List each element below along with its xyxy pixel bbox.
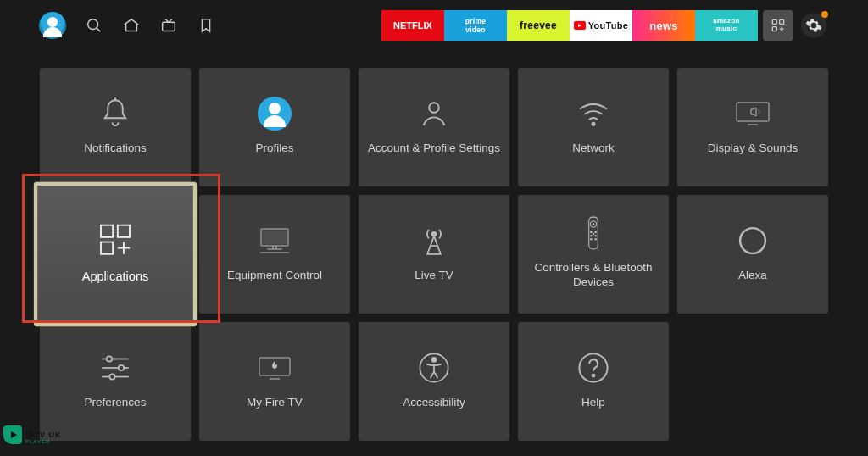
tile-label: Notifications — [84, 142, 147, 156]
tile-accessibility[interactable]: Accessibility — [359, 322, 509, 441]
svg-point-43 — [579, 353, 607, 381]
settings-gear-icon[interactable] — [798, 10, 829, 41]
tile-applications[interactable]: Applications — [34, 182, 197, 327]
tile-label: Controllers & Bluetooth Devices — [525, 261, 662, 290]
svg-point-36 — [119, 364, 124, 370]
tile-controllers-bt[interactable]: Controllers & Bluetooth Devices — [518, 195, 669, 314]
monitor-icon — [257, 223, 292, 259]
app-tile-youtube[interactable]: YouTube — [570, 10, 632, 41]
tile-label: Display & Sounds — [708, 142, 798, 156]
svg-point-38 — [109, 374, 114, 379]
notification-dot-icon — [821, 11, 828, 18]
svg-rect-12 — [118, 225, 130, 236]
svg-rect-9 — [737, 103, 769, 121]
svg-rect-3 — [772, 19, 776, 24]
apps-plus-icon — [96, 220, 134, 259]
svg-point-26 — [595, 231, 596, 232]
tile-label: Equipment Control — [227, 269, 322, 283]
home-icon[interactable] — [122, 16, 141, 35]
tile-label: Account & Profile Settings — [368, 142, 500, 156]
svg-point-44 — [593, 374, 595, 376]
svg-point-27 — [591, 236, 592, 236]
tile-label: Alexa — [738, 269, 767, 283]
appstore-icon[interactable] — [763, 10, 793, 41]
svg-rect-2 — [163, 22, 175, 31]
topbar-left-group — [39, 12, 215, 39]
tile-label: Profiles — [255, 142, 293, 156]
svg-point-0 — [88, 19, 98, 30]
firetv-icon — [257, 350, 292, 386]
svg-rect-4 — [780, 19, 784, 24]
tile-preferences[interactable]: Preferences — [40, 322, 191, 441]
app-tile-news[interactable]: news — [632, 10, 695, 41]
tile-label: Accessibility — [403, 396, 465, 410]
bookmark-icon[interactable] — [197, 16, 215, 35]
svg-point-28 — [595, 236, 596, 236]
svg-point-32 — [740, 228, 765, 253]
svg-point-24 — [593, 224, 594, 225]
svg-point-25 — [591, 231, 592, 232]
alexa-ring-icon — [735, 223, 771, 259]
svg-point-30 — [591, 239, 592, 240]
tile-label: Live TV — [415, 269, 453, 283]
search-icon[interactable] — [85, 16, 103, 35]
profile-avatar-icon[interactable] — [39, 12, 66, 39]
app-tile-amazon-music[interactable]: amazon music — [695, 10, 758, 41]
svg-rect-5 — [772, 27, 776, 31]
watermark-text: IPTV UK — [25, 431, 62, 439]
top-bar: NETFLIX prime video freevee YouTube news… — [0, 0, 868, 51]
wifi-icon — [576, 96, 611, 131]
svg-point-34 — [107, 356, 112, 361]
topbar-right-group: NETFLIX prime video freevee YouTube news… — [381, 10, 829, 41]
profile-icon — [257, 96, 292, 131]
app-tile-freevee[interactable]: freevee — [507, 10, 570, 41]
accessibility-icon — [416, 350, 452, 386]
svg-line-1 — [97, 28, 100, 31]
svg-rect-15 — [263, 231, 287, 244]
antenna-icon — [416, 223, 452, 259]
tile-label: Applications — [82, 270, 149, 285]
remote-icon — [576, 215, 611, 251]
settings-grid: Notifications Profiles Account & Profile… — [0, 51, 868, 441]
tile-label: Network — [572, 142, 615, 156]
tile-notifications[interactable]: Notifications — [40, 68, 191, 186]
watermark-logo-icon — [3, 425, 22, 444]
display-sound-icon — [735, 96, 771, 131]
svg-point-8 — [592, 122, 594, 125]
tile-equipment-control[interactable]: Equipment Control — [199, 195, 350, 314]
tile-profiles[interactable]: Profiles — [199, 68, 350, 186]
tile-live-tv[interactable]: Live TV — [359, 195, 509, 314]
tile-label: Help — [581, 396, 605, 410]
tile-label: My Fire TV — [247, 396, 303, 410]
tile-alexa[interactable]: Alexa — [677, 195, 828, 314]
svg-point-42 — [432, 357, 437, 361]
live-icon[interactable] — [159, 16, 178, 35]
watermark-sub: PLAYER — [25, 439, 62, 444]
person-icon — [416, 96, 452, 131]
app-tile-prime-video[interactable]: prime video — [444, 10, 507, 41]
tile-display-sounds[interactable]: Display & Sounds — [677, 68, 828, 186]
svg-point-7 — [429, 103, 439, 113]
tile-help[interactable]: Help — [518, 322, 669, 441]
svg-rect-11 — [101, 225, 113, 236]
help-icon — [576, 350, 611, 386]
sliders-icon — [97, 350, 133, 386]
tile-account-profile-settings[interactable]: Account & Profile Settings — [359, 68, 509, 186]
watermark: IPTV UK PLAYER — [3, 425, 62, 444]
svg-point-29 — [593, 233, 593, 234]
svg-rect-13 — [101, 242, 113, 253]
tile-my-fire-tv[interactable]: My Fire TV — [199, 322, 350, 441]
tile-network[interactable]: Network — [518, 68, 669, 186]
bell-icon — [97, 96, 133, 131]
app-tile-netflix[interactable]: NETFLIX — [381, 10, 444, 41]
youtube-play-icon — [574, 21, 586, 30]
svg-point-31 — [595, 239, 596, 240]
tile-label: Preferences — [85, 396, 147, 410]
